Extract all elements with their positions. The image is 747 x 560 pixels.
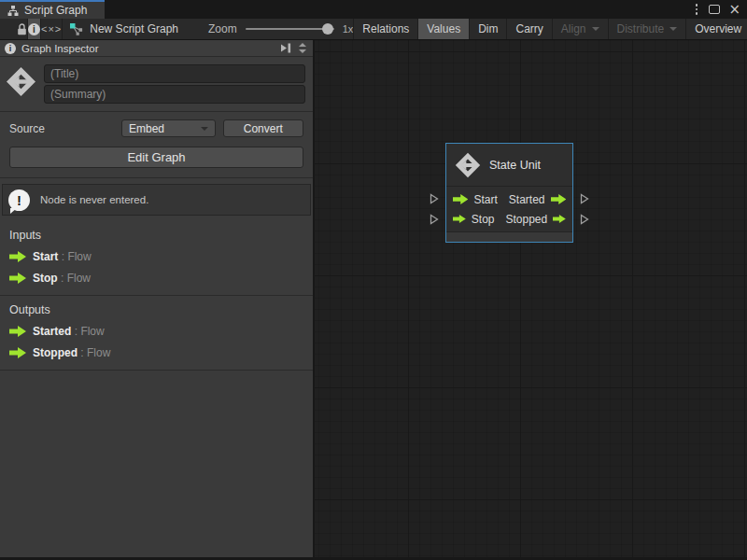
- flow-arrow-icon: [9, 326, 26, 337]
- window-controls: ×: [693, 0, 747, 19]
- node-body: Start Started Stop Stopped: [446, 187, 572, 231]
- source-row: Source Embed Convert: [0, 112, 313, 141]
- graph-icon: [70, 23, 83, 35]
- scroll-up-icon[interactable]: [299, 43, 306, 47]
- node-row: Start Started: [453, 189, 566, 209]
- dropdown-caret-icon: [592, 27, 599, 31]
- graph-inspector-title: Graph Inspector: [21, 43, 98, 54]
- scroll-down-icon[interactable]: [299, 49, 306, 53]
- view-button-relations[interactable]: Relations: [353, 19, 417, 39]
- view-button-values[interactable]: Values: [417, 19, 469, 39]
- view-button-carry[interactable]: Carry: [506, 19, 551, 39]
- view-button-dim[interactable]: Dim: [469, 19, 506, 39]
- tab-script-graph[interactable]: Script Graph: [0, 0, 105, 19]
- outputs-title: Outputs: [9, 303, 303, 316]
- view-button-overview[interactable]: Overview: [685, 19, 747, 39]
- node-input-label: Start: [473, 193, 497, 206]
- node-title: State Unit: [489, 159, 541, 172]
- scroll-spinner[interactable]: [297, 43, 308, 53]
- warning-text: Node is never entered.: [40, 194, 148, 205]
- node-output-label: Started: [509, 193, 545, 206]
- inputs-title: Inputs: [9, 229, 303, 242]
- source-dropdown-value: Embed: [129, 122, 164, 135]
- info-icon: i: [5, 43, 16, 54]
- dock-icon[interactable]: [279, 43, 292, 53]
- inspector-empty-area: [0, 370, 313, 557]
- port-row: Stop : Flow: [9, 272, 303, 285]
- view-button-align[interactable]: Align: [552, 19, 608, 39]
- input-port-stop[interactable]: [430, 214, 439, 225]
- edit-graph-button[interactable]: Edit Graph: [9, 147, 303, 168]
- flow-arrow-icon: [453, 214, 466, 224]
- flow-arrow-icon: [553, 214, 566, 224]
- lock-button[interactable]: [17, 19, 28, 39]
- variables-button[interactable]: <×>: [41, 19, 63, 39]
- flow-arrow-icon: [9, 251, 26, 262]
- inputs-section: Inputs Start : Flow Stop : Flow: [0, 221, 313, 295]
- flow-arrow-icon: [9, 273, 26, 284]
- divider: [0, 177, 313, 178]
- title-field[interactable]: [44, 64, 305, 83]
- toolbar: i <×> New Script Graph Zoom 1x Relations…: [0, 19, 747, 40]
- summary-field[interactable]: [44, 85, 305, 104]
- state-unit-icon: [455, 152, 481, 178]
- input-port-start[interactable]: [430, 193, 439, 204]
- node-header[interactable]: State Unit: [446, 144, 572, 187]
- zoom-control: Zoom 1x: [208, 19, 353, 39]
- outputs-section: Outputs Started : Flow Stopped : Flow: [0, 295, 313, 370]
- state-unit-icon: [6, 66, 36, 97]
- zoom-label: Zoom: [208, 22, 237, 35]
- node-footer: [446, 231, 572, 242]
- graph-info-fields: [0, 57, 313, 111]
- graph-breadcrumb-label: New Script Graph: [90, 22, 178, 35]
- tab-title: Script Graph: [24, 4, 87, 17]
- info-icon: i: [28, 23, 40, 35]
- warning-box: ! Node is never entered.: [2, 184, 311, 216]
- maximize-icon[interactable]: [709, 5, 720, 14]
- source-label: Source: [9, 122, 114, 135]
- dropdown-caret-icon: [201, 127, 208, 131]
- warning-icon: !: [8, 189, 30, 211]
- view-button-distribute[interactable]: Distribute: [608, 19, 686, 39]
- output-port-started[interactable]: [580, 193, 589, 204]
- angle-brackets-x-icon: <×>: [41, 23, 62, 35]
- graph-inspector-panel: i Graph Inspector: [0, 40, 313, 557]
- node-box[interactable]: State Unit Start Started: [445, 143, 573, 243]
- port-row: Stopped : Flow: [9, 346, 303, 359]
- dropdown-caret-icon: [669, 27, 677, 31]
- graph-canvas[interactable]: State Unit Start Started: [315, 40, 747, 557]
- node-output-label: Stopped: [505, 213, 547, 226]
- source-dropdown[interactable]: Embed: [121, 119, 216, 137]
- view-options: Relations Values Dim Carry Align Distrib…: [353, 19, 747, 39]
- graph-inspector-header: i Graph Inspector: [0, 40, 313, 57]
- titlebar: Script Graph ×: [0, 0, 747, 19]
- close-icon[interactable]: ×: [728, 5, 740, 14]
- convert-button[interactable]: Convert: [223, 119, 304, 137]
- lock-icon: [17, 23, 27, 35]
- state-unit-node[interactable]: State Unit Start Started: [445, 143, 573, 243]
- zoom-value: 1x: [343, 23, 354, 35]
- main-area: i Graph Inspector: [0, 40, 747, 557]
- port-row: Started : Flow: [9, 325, 303, 338]
- port-row: Start : Flow: [9, 250, 303, 263]
- zoom-slider-handle[interactable]: [322, 23, 333, 35]
- flow-arrow-icon: [453, 194, 468, 204]
- hierarchy-icon: [7, 6, 19, 16]
- flow-arrow-icon: [551, 194, 566, 204]
- graph-breadcrumb[interactable]: New Script Graph: [63, 19, 186, 39]
- output-port-stopped[interactable]: [580, 214, 589, 225]
- node-input-label: Stop: [472, 213, 495, 226]
- zoom-slider[interactable]: [246, 28, 334, 30]
- window-menu-icon[interactable]: [693, 4, 701, 15]
- node-row: Stop Stopped: [453, 209, 566, 229]
- info-toggle-button[interactable]: i: [28, 19, 41, 39]
- flow-arrow-icon: [9, 347, 26, 358]
